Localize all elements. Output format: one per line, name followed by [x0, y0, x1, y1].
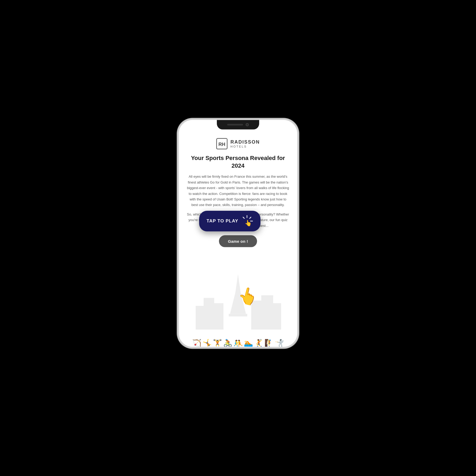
tap-badge-label: TAP TO PLAY	[207, 218, 238, 224]
phone-frame: RH RADISSON HOTELS Your Sports Persona R…	[177, 118, 299, 349]
notch-speaker	[227, 124, 243, 126]
brand-logo: RH RADISSON HOTELS	[216, 138, 260, 150]
main-content: Your Sports Persona Revealed for 2024 Al…	[179, 154, 297, 347]
brand-name: RADISSON HOTELS	[230, 140, 260, 148]
tap-cursor-icon: 👆	[241, 215, 253, 227]
game-on-button[interactable]: Game on !	[219, 235, 257, 247]
scene: RH RADISSON HOTELS Your Sports Persona R…	[0, 0, 476, 476]
svg-line-13	[243, 217, 244, 218]
phone-notch	[217, 120, 259, 130]
brand-name-hotels: HOTELS	[230, 145, 260, 148]
notch-camera	[246, 123, 249, 126]
body-paragraph-1: All eyes will be firmly fixed on France …	[187, 174, 289, 208]
brand-name-radisson: RADISSON	[230, 140, 260, 145]
svg-text:👆: 👆	[245, 219, 252, 227]
phone-screen: RH RADISSON HOTELS Your Sports Persona R…	[179, 120, 297, 347]
rh-logo-icon: RH	[216, 138, 228, 150]
page-headline: Your Sports Persona Revealed for 2024	[187, 154, 289, 170]
svg-text:RH: RH	[218, 142, 225, 147]
screen-content: RH RADISSON HOTELS Your Sports Persona R…	[179, 120, 297, 347]
svg-line-11	[250, 217, 251, 218]
tap-to-play-badge[interactable]: TAP TO PLAY 👆	[199, 211, 260, 231]
